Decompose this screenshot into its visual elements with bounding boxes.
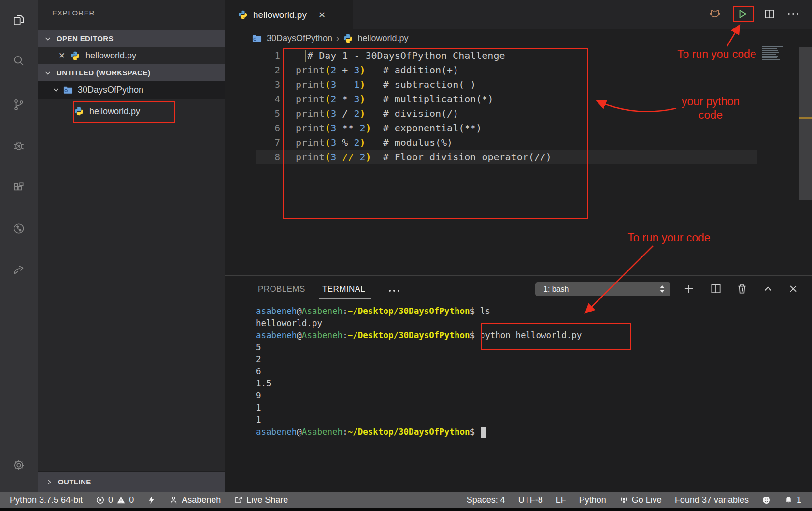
line-number: 7 (258, 135, 280, 150)
bottom-panel: PROBLEMS TERMINAL 1: bash asabeneh@Asabe… (225, 275, 812, 492)
workspace-header: UNTITLED (WORKSPACE) (57, 69, 150, 77)
breadcrumb-separator: › (336, 33, 339, 43)
source-control-icon[interactable] (13, 99, 25, 111)
workspace-section[interactable]: UNTITLED (WORKSPACE) (38, 64, 225, 81)
kill-terminal-trash-icon[interactable] (736, 283, 748, 295)
outline-section[interactable]: OUTLINE (38, 471, 225, 492)
shell-selector-value: 1: bash (543, 285, 660, 294)
gitlens-icon[interactable] (13, 222, 25, 235)
close-panel-icon[interactable] (787, 283, 799, 295)
go-live-item[interactable]: Go Live (619, 495, 662, 505)
status-bar: Python 3.7.5 64-bit 0 0 Asabeneh Live Sh… (0, 492, 812, 508)
tab-problems[interactable]: PROBLEMS (258, 284, 305, 294)
go-live-label: Go Live (632, 495, 662, 505)
terminal-line: 6 (256, 366, 582, 378)
scrollbar-line-marker (799, 117, 812, 119)
split-editor-icon[interactable] (763, 8, 776, 20)
terminal-line: 1 (256, 414, 582, 426)
more-actions-icon[interactable] (788, 13, 798, 15)
error-icon (96, 496, 105, 505)
annotation-box-file (73, 101, 175, 123)
extensions-icon[interactable] (13, 181, 25, 194)
annotation-box-code (283, 48, 588, 219)
account-item[interactable]: Asabeneh (169, 495, 221, 505)
bell-icon (784, 496, 793, 505)
live-share-icon[interactable] (13, 263, 25, 276)
explorer-icon[interactable] (13, 14, 25, 27)
language-item[interactable]: Python (579, 495, 606, 505)
encoding-item[interactable]: UTF-8 (518, 495, 543, 505)
chevron-down-icon (52, 86, 60, 94)
terminal-line: 9 (256, 390, 582, 402)
python-version-label: Python 3.7.5 64-bit (10, 495, 83, 505)
line-number-gutter: 12345678 (258, 48, 280, 164)
terminal-line: asabeneh@Asabeneh:~/Desktop/30DaysOfPyth… (256, 305, 582, 317)
terminal-line: asabeneh@Asabeneh:~/Desktop/30DaysOfPyth… (256, 426, 582, 438)
spaces-label: Spaces: 4 (467, 495, 505, 505)
panel-more-icon[interactable] (389, 290, 399, 292)
warning-icon (116, 496, 126, 505)
indentation-item[interactable]: Spaces: 4 (467, 495, 505, 505)
debug-icon[interactable] (13, 140, 25, 152)
new-terminal-icon[interactable] (683, 283, 695, 295)
annotation-run-terminal: To run your code (623, 231, 715, 244)
chevron-down-icon (44, 69, 52, 77)
feedback-smiley[interactable] (762, 496, 771, 505)
tab-close-icon[interactable]: ✕ (318, 10, 326, 20)
open-editor-item[interactable]: ✕ helloworld.py (38, 47, 225, 64)
eol-label: LF (556, 495, 566, 505)
search-icon[interactable] (13, 55, 25, 67)
editor-scrollbar[interactable] (799, 47, 812, 200)
folder-label: 30DaysOfPython (78, 85, 143, 95)
variables-item[interactable]: Found 37 variables (675, 495, 749, 505)
folder-icon (252, 33, 262, 43)
smiley-icon (762, 496, 771, 505)
open-editors-header: OPEN EDITORS (57, 34, 114, 43)
eol-item[interactable]: LF (556, 495, 566, 505)
settings-gear-icon[interactable] (13, 459, 25, 471)
notifications-item[interactable]: 1 (784, 495, 801, 505)
select-arrows-icon (660, 285, 665, 293)
lightning-icon (147, 496, 156, 505)
annotation-your-code: your python code (674, 95, 747, 122)
cat-extension-icon[interactable] (709, 8, 721, 20)
line-number: 3 (258, 77, 280, 92)
line-number: 2 (258, 63, 280, 77)
split-terminal-icon[interactable] (710, 283, 722, 295)
tab-terminal[interactable]: TERMINAL (322, 284, 365, 294)
language-label: Python (579, 495, 606, 505)
line-number: 8 (258, 150, 280, 164)
outline-header: OUTLINE (58, 478, 91, 486)
python-file-icon (238, 10, 248, 20)
live-share-label: Live Share (246, 495, 288, 505)
warning-count: 0 (129, 495, 134, 505)
breadcrumb-file[interactable]: helloworld.py (357, 33, 408, 43)
open-editors-section[interactable]: OPEN EDITORS (38, 30, 225, 47)
sidebar-title: EXPLORER (52, 9, 95, 17)
minimap[interactable] (762, 46, 789, 61)
terminal-line: 1 (256, 402, 582, 414)
live-share-item[interactable]: Live Share (234, 495, 288, 505)
terminal-cursor (481, 427, 486, 438)
terminal-line: 1.5 (256, 378, 582, 390)
shell-selector[interactable]: 1: bash (535, 282, 670, 296)
problems-counters[interactable]: 0 0 (96, 495, 134, 505)
variables-label: Found 37 variables (675, 495, 749, 505)
window-edge (0, 508, 812, 511)
tab-bar: helloworld.py ✕ (225, 0, 812, 29)
tab-helloworld[interactable]: helloworld.py ✕ (225, 0, 353, 29)
breadcrumb-folder[interactable]: 30DaysOfPython (267, 33, 332, 43)
feedback-bolt[interactable] (147, 496, 156, 505)
breadcrumb[interactable]: 30DaysOfPython › helloworld.py (225, 29, 812, 47)
chevron-right-icon (45, 478, 53, 486)
annotation-run-top: To run you code (677, 48, 764, 61)
folder-row[interactable]: 30DaysOfPython (38, 81, 225, 99)
annotation-box-command (481, 323, 631, 350)
folder-icon (63, 85, 73, 95)
python-interpreter[interactable]: Python 3.7.5 64-bit (10, 495, 83, 505)
encoding-label: UTF-8 (518, 495, 543, 505)
maximize-panel-icon[interactable] (762, 283, 774, 295)
line-number: 1 (258, 48, 280, 63)
close-icon[interactable]: ✕ (57, 51, 66, 61)
line-number: 4 (258, 92, 280, 106)
